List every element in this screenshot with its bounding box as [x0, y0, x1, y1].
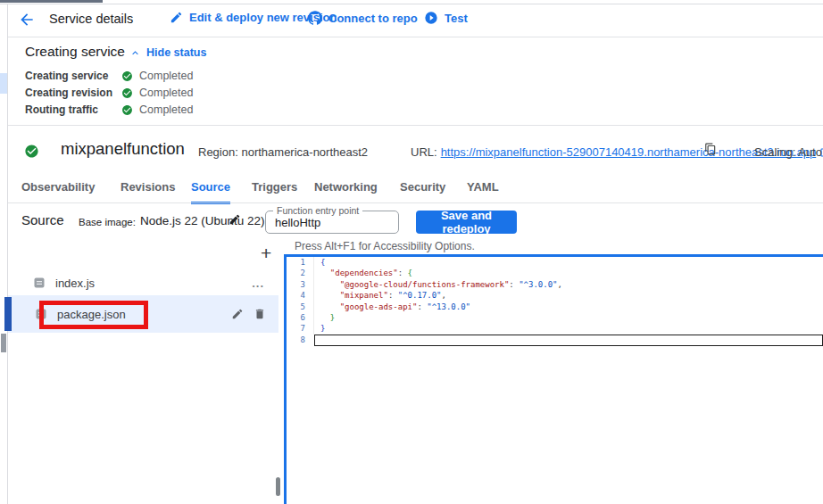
- test-button[interactable]: Test: [424, 11, 468, 25]
- hide-status-label: Hide status: [146, 46, 206, 59]
- code-line: 3 "@google-cloud/functions-framework": "…: [287, 279, 823, 290]
- service-region: Region: northamerica-northeast2: [198, 145, 368, 159]
- region-value: northamerica-northeast2: [241, 145, 368, 159]
- divider: [8, 125, 823, 126]
- status-step-label: Creating revision: [25, 87, 121, 99]
- connect-repo-button[interactable]: Connect to repo: [308, 11, 418, 25]
- status-row: Creating service Completed: [25, 69, 193, 83]
- code-line: 8: [287, 335, 823, 345]
- line-number: 6: [287, 312, 313, 323]
- line-number: 8: [287, 335, 313, 345]
- accessibility-hint: Press Alt+F1 for Accessibility Options.: [295, 240, 475, 252]
- entry-point-input[interactable]: [267, 212, 397, 232]
- file-panel-scrollbar-thumb[interactable]: [276, 477, 280, 496]
- code-line: 2 "dependencies": {: [287, 268, 823, 278]
- copy-url-button[interactable]: [704, 143, 717, 159]
- file-name: package.json: [57, 308, 126, 321]
- line-number: 5: [287, 302, 313, 312]
- service-details-page: Service details Edit & deploy new revisi…: [0, 0, 823, 504]
- file-row-index-js[interactable]: index.js ...: [8, 270, 278, 295]
- selected-file-accent-bar: [4, 297, 12, 331]
- github-icon: [308, 11, 322, 25]
- status-step-value: Completed: [139, 87, 193, 99]
- region-label: Region:: [198, 145, 238, 159]
- check-circle-icon: [121, 70, 133, 82]
- tab-revisions[interactable]: Revisions: [121, 180, 175, 202]
- service-status-check-icon: [24, 144, 39, 162]
- pencil-icon: [170, 11, 183, 24]
- entry-point-field: Function entry point: [265, 211, 399, 234]
- pencil-icon: [229, 213, 241, 226]
- browser-edge-fragment: [0, 0, 103, 3]
- editor-cursor-line-box: [314, 335, 823, 346]
- status-step-label: Creating service: [25, 70, 121, 82]
- topbar: Service details Edit & deploy new revisi…: [8, 4, 823, 37]
- status-step-label: Routing traffic: [25, 103, 121, 116]
- base-image-value: Node.js 22 (Ubuntu 22): [140, 214, 265, 227]
- play-circle-icon: [424, 11, 438, 25]
- status-step-value: Completed: [139, 103, 193, 116]
- file-row-package-json[interactable]: package.json: [8, 295, 278, 333]
- connect-repo-label: Connect to repo: [328, 12, 418, 25]
- line-number: 1: [287, 257, 313, 268]
- back-arrow-icon: [18, 11, 36, 29]
- service-scaling: Scaling: Auto (Min: [754, 145, 823, 159]
- code-line: 5 "google-ads-api": "^13.0.0": [287, 302, 823, 312]
- service-name: mixpanelfunction: [61, 139, 185, 159]
- rail-scroll-mark: [1, 334, 6, 352]
- tab-source[interactable]: Source: [191, 180, 230, 204]
- status-row: Routing traffic Completed: [25, 103, 193, 117]
- copy-icon: [704, 143, 717, 155]
- file-icon: [36, 309, 46, 319]
- rename-file-button[interactable]: [231, 308, 244, 320]
- rail-highlight-mark: [0, 73, 7, 94]
- line-number: 7: [287, 323, 313, 334]
- page-title: Service details: [49, 12, 133, 26]
- divider: [8, 202, 823, 203]
- tab-security[interactable]: Security: [400, 180, 445, 202]
- line-number: 3: [287, 279, 313, 290]
- code-line: 1 {: [287, 257, 823, 268]
- tab-yaml[interactable]: YAML: [467, 180, 499, 202]
- line-number: 4: [287, 290, 313, 301]
- chevron-up-icon: [129, 47, 141, 59]
- code-line: 6 }: [287, 312, 823, 323]
- base-image-label: Base image:: [79, 217, 136, 227]
- url-label: URL:: [411, 145, 437, 159]
- trash-icon: [254, 308, 266, 320]
- tab-networking[interactable]: Networking: [314, 180, 378, 202]
- pencil-icon: [231, 308, 244, 320]
- code-line: 7 }: [287, 323, 823, 334]
- status-step-value: Completed: [139, 70, 193, 82]
- hide-status-toggle[interactable]: Hide status: [129, 46, 206, 59]
- delete-file-button[interactable]: [254, 308, 266, 320]
- save-and-redeploy-button[interactable]: Save and redeploy: [416, 211, 517, 234]
- check-circle-icon: [121, 104, 133, 116]
- back-button[interactable]: [18, 11, 37, 30]
- add-file-button[interactable]: +: [261, 244, 271, 262]
- file-more-button[interactable]: ...: [252, 277, 264, 290]
- test-label: Test: [445, 12, 468, 25]
- file-name: index.js: [55, 277, 95, 290]
- line-number: 2: [287, 268, 313, 278]
- tab-triggers[interactable]: Triggers: [252, 180, 297, 202]
- code-editor[interactable]: 1 { 2 "dependencies": { 3 "@google-cloud…: [284, 254, 823, 504]
- file-icon: [34, 277, 45, 288]
- check-circle-icon: [121, 87, 133, 99]
- status-row: Creating revision Completed: [25, 86, 193, 100]
- code-line: 4 "mixpanel": "^0.17.0",: [287, 290, 823, 301]
- status-panel-title: Creating service: [25, 44, 125, 60]
- edit-base-image-button[interactable]: [229, 213, 241, 229]
- tab-observability[interactable]: Observability: [21, 180, 95, 202]
- source-section-title: Source: [21, 212, 64, 227]
- divider: [8, 37, 823, 37]
